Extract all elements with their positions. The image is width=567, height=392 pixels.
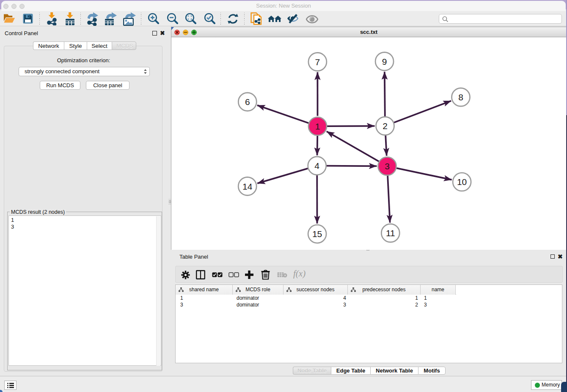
svg-text:14: 14 (242, 182, 253, 191)
svg-text:1: 1 (315, 121, 320, 131)
svg-text:8: 8 (458, 92, 463, 102)
svg-text:10: 10 (457, 177, 467, 187)
svg-text:3: 3 (385, 161, 390, 171)
svg-text:6: 6 (245, 97, 250, 107)
svg-text:2: 2 (383, 121, 388, 131)
svg-text:4: 4 (314, 161, 319, 171)
svg-text:7: 7 (315, 57, 320, 67)
svg-text:15: 15 (312, 229, 322, 239)
svg-text:11: 11 (386, 228, 395, 238)
svg-text:9: 9 (382, 57, 387, 66)
